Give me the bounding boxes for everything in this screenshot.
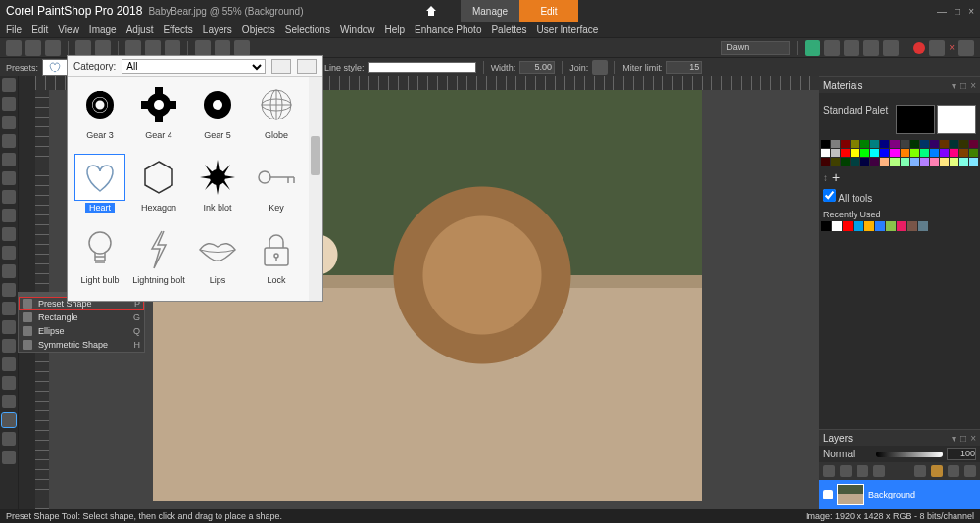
copy-icon[interactable]	[145, 40, 161, 56]
swatch[interactable]	[940, 149, 949, 157]
swatch[interactable]	[841, 158, 850, 166]
preset-dropdown[interactable]: Dawn	[721, 41, 790, 55]
tool-light[interactable]	[2, 357, 16, 371]
menu-view[interactable]: View	[58, 24, 79, 35]
tool-pan[interactable]	[2, 78, 16, 92]
flyout-rectangle[interactable]: RectangleG	[19, 310, 144, 324]
swatch[interactable]	[901, 149, 909, 157]
stop-icon[interactable]	[929, 40, 945, 56]
flyout-ellipse[interactable]: EllipseQ	[19, 324, 144, 338]
recent-swatch[interactable]	[897, 221, 906, 231]
miter-input[interactable]: 15	[666, 61, 702, 74]
swatch[interactable]	[821, 158, 830, 166]
tool-pen[interactable]	[2, 432, 16, 446]
lock-icon[interactable]	[931, 465, 943, 477]
menu-ui[interactable]: User Interface	[537, 24, 599, 35]
tool-smart-edge[interactable]	[2, 451, 16, 464]
large-thumbs-button[interactable]	[271, 59, 291, 74]
undo-icon[interactable]	[75, 40, 91, 56]
tool-zoom[interactable]	[2, 97, 16, 111]
maximize-button[interactable]: □	[955, 6, 960, 17]
shape-gear-5[interactable]: Gear 5	[189, 81, 246, 152]
swatch[interactable]	[950, 140, 958, 148]
swatch[interactable]	[969, 140, 978, 148]
fit-icon[interactable]	[215, 40, 230, 56]
swatch[interactable]	[860, 140, 869, 148]
recent-swatch[interactable]	[907, 221, 917, 231]
swatch[interactable]	[969, 158, 978, 166]
swatch[interactable]	[851, 140, 859, 148]
swatch[interactable]	[880, 158, 889, 166]
tool-fill[interactable]	[2, 376, 16, 390]
shape-heart[interactable]: Heart	[72, 154, 128, 224]
line-style-swatch[interactable]	[368, 62, 476, 73]
shape-lock[interactable]: Lock	[248, 226, 305, 297]
new-layer-icon[interactable]	[823, 465, 835, 477]
category-select[interactable]: All	[122, 59, 266, 74]
tool-move[interactable]	[2, 134, 16, 148]
tool-scratch[interactable]	[2, 302, 16, 315]
close-script-icon[interactable]: ×	[949, 42, 955, 53]
width-input[interactable]: 5.00	[519, 61, 555, 74]
menu-file[interactable]: File	[6, 24, 22, 35]
manage-tab[interactable]: Manage	[461, 0, 519, 22]
panel-close-icon[interactable]: ×	[970, 80, 976, 91]
menu-adjust[interactable]: Adjust	[126, 24, 154, 35]
recent-swatch[interactable]	[864, 221, 874, 231]
home-button[interactable]	[402, 0, 461, 22]
swatch[interactable]	[930, 158, 939, 166]
tool-makeover[interactable]	[2, 264, 16, 278]
opacity-value[interactable]: 100	[947, 448, 976, 460]
recent-swatch[interactable]	[854, 221, 863, 231]
swatch[interactable]	[950, 149, 958, 157]
cut-icon[interactable]	[125, 40, 141, 56]
swatch[interactable]	[901, 140, 909, 148]
play-icon[interactable]	[805, 40, 820, 56]
tool-perspective[interactable]	[2, 227, 16, 241]
join-swatch[interactable]	[592, 60, 608, 75]
swatch[interactable]	[910, 149, 919, 157]
tool-preset-shape[interactable]	[2, 413, 16, 427]
swatch[interactable]	[890, 158, 899, 166]
shape-gear-3[interactable]: Gear 3	[72, 81, 128, 152]
tool-dropper[interactable]	[2, 171, 16, 185]
tool-clone[interactable]	[2, 283, 16, 297]
visibility-icon[interactable]	[823, 490, 833, 499]
swatch[interactable]	[880, 140, 889, 148]
recent-swatch[interactable]	[843, 221, 853, 231]
shape-hexagon[interactable]: Hexagon	[130, 154, 187, 224]
swatch[interactable]	[959, 158, 968, 166]
flyout-symmetric[interactable]: Symmetric ShapeH	[19, 338, 144, 352]
swatch[interactable]	[901, 158, 909, 166]
script4-icon[interactable]	[883, 40, 899, 56]
menu-selections[interactable]: Selections	[285, 24, 330, 35]
menu-palettes[interactable]: Palettes	[491, 24, 526, 35]
script3-icon[interactable]	[863, 40, 879, 56]
save-icon[interactable]	[45, 40, 61, 56]
swatch[interactable]	[890, 140, 899, 148]
layers-close-icon[interactable]: ×	[970, 433, 976, 444]
script-icon[interactable]	[824, 40, 840, 56]
swatch[interactable]	[969, 149, 978, 157]
add-swatch-icon[interactable]: +	[832, 169, 840, 185]
shape-globe[interactable]: Globe	[248, 81, 305, 152]
swatch[interactable]	[890, 149, 899, 157]
swatch[interactable]	[930, 149, 939, 157]
toggle-icon[interactable]: ↕	[823, 172, 828, 183]
panel-undock-icon[interactable]: □	[960, 80, 966, 91]
recent-swatch[interactable]	[875, 221, 885, 231]
swatch[interactable]	[920, 149, 929, 157]
close-button[interactable]: ×	[968, 6, 974, 17]
menu-effects[interactable]: Effects	[163, 24, 192, 35]
paste-icon[interactable]	[165, 40, 180, 56]
shape-preview[interactable]	[42, 59, 68, 76]
small-thumbs-button[interactable]	[297, 59, 317, 74]
swatch[interactable]	[851, 149, 859, 157]
popup-scrollbar[interactable]	[309, 77, 322, 301]
swatch[interactable]	[910, 140, 919, 148]
actual-icon[interactable]	[234, 40, 250, 56]
new-group-icon[interactable]	[857, 465, 868, 477]
record-icon[interactable]	[913, 42, 925, 54]
menu-help[interactable]: Help	[384, 24, 405, 35]
merge-icon[interactable]	[964, 465, 976, 477]
